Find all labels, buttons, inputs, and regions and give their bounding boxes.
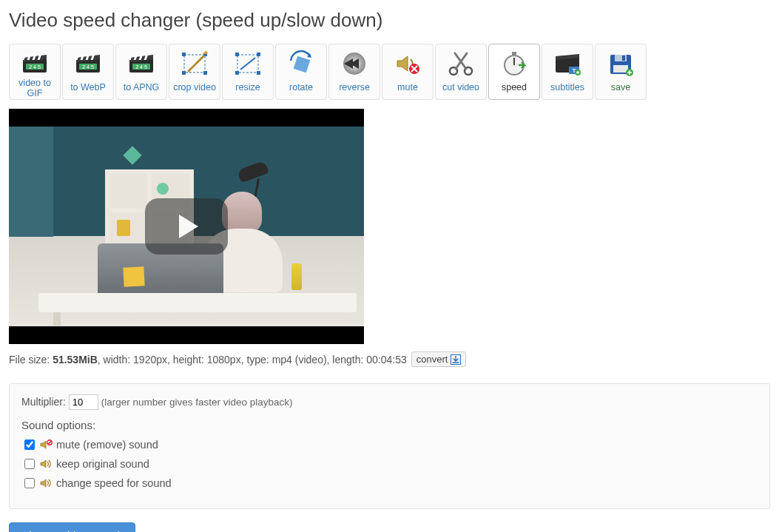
tool-label: save bbox=[611, 83, 630, 93]
file-size-value: 51.53MiB bbox=[53, 354, 98, 366]
tool-to-webp[interactable]: 2 4 5 to WebP bbox=[62, 44, 114, 100]
svg-rect-24 bbox=[182, 71, 186, 75]
subtitles-icon: T bbox=[551, 49, 584, 78]
svg-rect-27 bbox=[235, 53, 239, 56]
file-length: , length: 00:04:53 bbox=[327, 354, 407, 366]
svg-rect-44 bbox=[622, 55, 625, 61]
checkbox-change-sound[interactable] bbox=[24, 478, 35, 488]
stopwatch-icon bbox=[498, 49, 530, 78]
mute-icon bbox=[391, 49, 424, 78]
tool-reverse[interactable]: reverse bbox=[328, 44, 380, 100]
change-speed-button[interactable]: Change video speed! bbox=[9, 522, 135, 532]
tool-label: video to GIF bbox=[10, 78, 60, 99]
svg-rect-31 bbox=[294, 56, 311, 73]
file-height: , height: 1080px bbox=[167, 354, 241, 366]
tool-label: rotate bbox=[289, 83, 313, 93]
file-type: , type: mp4 (video) bbox=[241, 354, 327, 366]
tool-label: resize bbox=[235, 83, 260, 93]
svg-rect-45 bbox=[613, 65, 628, 73]
sound-option-label: keep original sound bbox=[56, 458, 149, 470]
play-icon bbox=[179, 215, 198, 238]
tool-subtitles[interactable]: T subtitles bbox=[542, 44, 593, 100]
clapper-apng-icon: 2 4 5 bbox=[125, 49, 158, 78]
toolbar: 2 4 5 video to GIF 2 4 5 to WebP bbox=[9, 44, 770, 100]
download-icon bbox=[451, 354, 461, 365]
svg-rect-29 bbox=[235, 71, 239, 75]
sound-option-change-sound: change speed for sound bbox=[21, 476, 758, 491]
tool-video-to-gif[interactable]: 2 4 5 video to GIF bbox=[9, 44, 61, 100]
rotate-icon bbox=[285, 49, 317, 78]
sound-option-label: mute (remove) sound bbox=[56, 439, 158, 451]
svg-rect-37 bbox=[512, 52, 516, 55]
tool-label: subtitles bbox=[550, 83, 584, 93]
tool-resize[interactable]: resize bbox=[222, 44, 274, 100]
clapper-webp-icon: 2 4 5 bbox=[72, 49, 104, 78]
tool-rotate[interactable]: rotate bbox=[275, 44, 327, 100]
tool-cut-video[interactable]: cut video bbox=[435, 44, 487, 100]
tool-mute[interactable]: mute bbox=[382, 44, 434, 100]
tool-crop-video[interactable]: crop video bbox=[169, 44, 220, 100]
tool-label: to WebP bbox=[70, 83, 106, 93]
reverse-icon bbox=[338, 49, 371, 78]
file-width: , width: 1920px bbox=[98, 354, 167, 366]
video-preview[interactable] bbox=[9, 109, 364, 344]
svg-text:2 4 5: 2 4 5 bbox=[82, 64, 94, 70]
svg-rect-30 bbox=[257, 71, 260, 75]
tool-label: cut video bbox=[442, 83, 479, 93]
resize-icon bbox=[232, 49, 264, 78]
sound-option-mute-sound: mute (remove) sound bbox=[21, 437, 758, 452]
multiplier-input[interactable] bbox=[69, 394, 98, 410]
play-button[interactable] bbox=[145, 198, 228, 255]
multiplier-label: Multiplier: bbox=[21, 396, 66, 408]
speaker-mute-icon bbox=[40, 440, 53, 450]
tool-speed[interactable]: speed bbox=[488, 44, 540, 100]
page-title: Video speed changer (speed up/slow down) bbox=[9, 9, 770, 32]
file-info: File size: 51.53MiB, width: 1920px, heig… bbox=[9, 351, 770, 367]
svg-rect-25 bbox=[203, 71, 207, 75]
floppy-icon bbox=[604, 49, 637, 78]
multiplier-hint: (larger number gives faster video playba… bbox=[101, 397, 293, 408]
convert-label: convert bbox=[417, 354, 448, 365]
tool-label: to APNG bbox=[124, 83, 160, 93]
options-panel: Multiplier: (larger number gives faster … bbox=[9, 383, 770, 509]
svg-text:2 4 5: 2 4 5 bbox=[29, 64, 41, 70]
checkbox-mute-sound[interactable] bbox=[24, 440, 35, 450]
checkbox-keep-sound[interactable] bbox=[24, 459, 35, 469]
tool-save[interactable]: save bbox=[595, 44, 647, 100]
file-size-label: File size: bbox=[9, 354, 53, 366]
speaker-on-icon bbox=[40, 459, 53, 469]
svg-text:2 4 5: 2 4 5 bbox=[135, 64, 147, 70]
tool-label: crop video bbox=[173, 83, 216, 93]
sound-option-label: change speed for sound bbox=[56, 477, 172, 489]
clapper-gif-icon: 2 4 5 bbox=[18, 49, 51, 78]
convert-button[interactable]: convert bbox=[411, 351, 467, 367]
tool-to-apng[interactable]: 2 4 5 to APNG bbox=[115, 44, 167, 100]
speaker-on-icon bbox=[40, 478, 53, 488]
crop-icon bbox=[178, 49, 211, 78]
scissors-icon bbox=[445, 49, 477, 78]
sound-options-title: Sound options: bbox=[21, 419, 758, 431]
tool-label: mute bbox=[397, 83, 418, 93]
sound-option-keep-sound: keep original sound bbox=[21, 457, 758, 471]
tool-label: speed bbox=[502, 83, 527, 93]
svg-rect-28 bbox=[257, 53, 260, 56]
svg-rect-22 bbox=[182, 53, 186, 56]
tool-label: reverse bbox=[339, 83, 370, 93]
